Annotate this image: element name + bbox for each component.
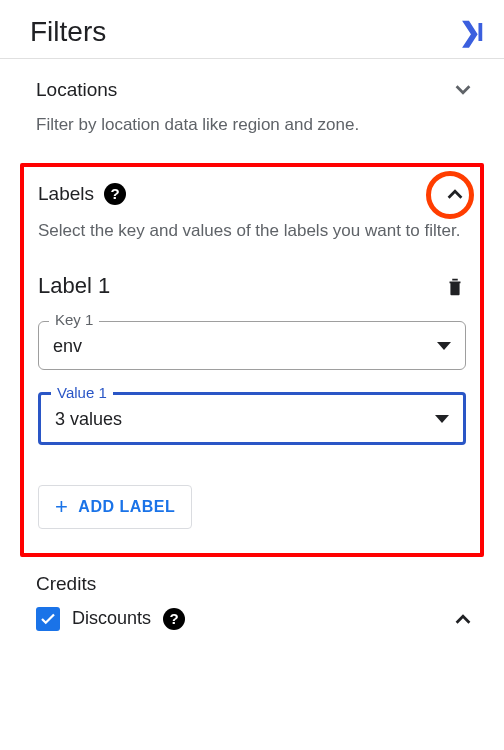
add-label-text: ADD LABEL <box>78 498 175 516</box>
label-1-block: Label 1 Key 1 env Value 1 3 values + ADD… <box>38 273 466 529</box>
dropdown-caret-icon <box>435 415 449 423</box>
help-icon[interactable]: ? <box>104 183 126 205</box>
value-1-text: 3 values <box>55 409 122 430</box>
label-1-title: Label 1 <box>38 273 110 299</box>
labels-header[interactable]: Labels ? <box>38 181 466 207</box>
labels-title: Labels <box>38 183 94 205</box>
filters-header: Filters ❯I <box>0 0 504 59</box>
add-label-button[interactable]: + ADD LABEL <box>38 485 192 529</box>
credits-section: Credits Discounts ? <box>0 563 504 631</box>
chevron-up-icon <box>452 608 474 630</box>
plus-icon: + <box>55 496 68 518</box>
value-1-label: Value 1 <box>51 384 113 401</box>
labels-section-highlight: Labels ? Select the key and values of th… <box>20 163 484 557</box>
locations-header[interactable]: Locations <box>36 79 474 101</box>
key-1-select[interactable]: Key 1 env <box>38 321 466 370</box>
key-1-label: Key 1 <box>49 311 99 328</box>
filters-title: Filters <box>30 16 106 48</box>
collapse-panel-icon[interactable]: ❯I <box>459 17 480 48</box>
key-1-value: env <box>53 336 82 357</box>
discounts-checkbox[interactable] <box>36 607 60 631</box>
delete-label-icon[interactable] <box>444 275 466 297</box>
labels-subtitle: Select the key and values of the labels … <box>38 219 466 243</box>
chevron-down-icon <box>452 79 474 101</box>
discounts-label: Discounts <box>72 608 151 629</box>
credits-title: Credits <box>36 573 474 595</box>
chevron-up-icon <box>444 183 466 205</box>
locations-section: Locations Filter by location data like r… <box>0 59 504 145</box>
locations-subtitle: Filter by location data like region and … <box>36 113 474 137</box>
value-1-select[interactable]: Value 1 3 values <box>38 392 466 445</box>
locations-title: Locations <box>36 79 117 101</box>
dropdown-caret-icon <box>437 342 451 350</box>
help-icon[interactable]: ? <box>163 608 185 630</box>
